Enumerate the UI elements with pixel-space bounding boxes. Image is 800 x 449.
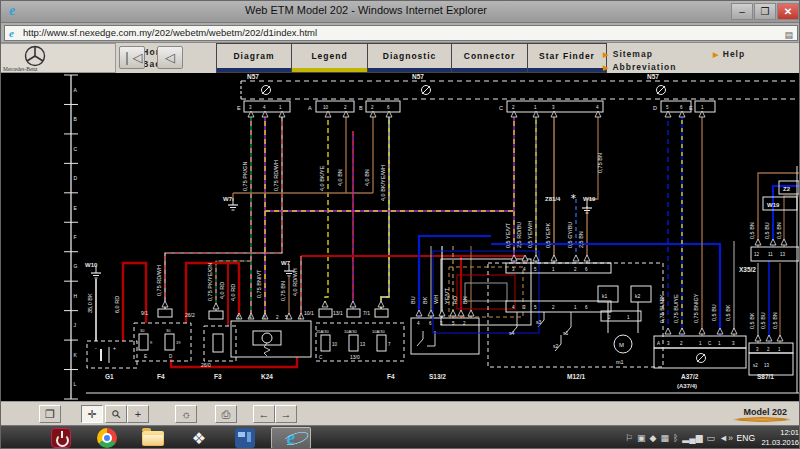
svg-text:1: 1 xyxy=(699,341,702,346)
svg-text:1: 1 xyxy=(279,105,282,110)
link-arrow-icon: ▶ xyxy=(713,51,719,58)
taskbar: ⚐▣◆▦ᛒ▂▄▆▭◄» ENG 12:01 21.03.2016 ❖e xyxy=(1,426,800,449)
svg-text:2: 2 xyxy=(680,341,683,346)
svg-text:1: 1 xyxy=(778,347,781,352)
svg-text:1: 1 xyxy=(534,105,537,110)
svg-text:2: 2 xyxy=(574,267,577,272)
svg-text:E: E xyxy=(74,205,78,211)
link-help[interactable]: ▶ Help xyxy=(713,49,745,59)
power-button-icon[interactable] xyxy=(41,427,81,449)
svg-text:5: 5 xyxy=(666,105,669,110)
svg-text:BU: BU xyxy=(410,296,416,304)
tab-legend[interactable]: Legend xyxy=(291,43,367,73)
nav-links: ▶ Sitemap▶ Help▶ Abbreviation xyxy=(603,43,793,73)
svg-text:0,75 BN: 0,75 BN xyxy=(280,281,286,301)
svg-text:W19: W19 xyxy=(583,196,596,202)
clock[interactable]: 12:01 21.03.2016 xyxy=(755,428,799,448)
language-indicator[interactable]: ENG xyxy=(737,433,755,443)
print-icon[interactable]: ⎙ xyxy=(215,405,237,423)
svg-text:YE/VT: YE/VT xyxy=(444,287,450,304)
svg-text:10A/30: 10A/30 xyxy=(344,329,357,334)
svg-text:0,75 RD/WH: 0,75 RD/WH xyxy=(156,265,162,296)
minimize-button[interactable]: – xyxy=(731,3,753,20)
link-sitemap[interactable]: ▶ Sitemap xyxy=(603,49,653,59)
close-button[interactable]: ✕ xyxy=(777,3,799,20)
svg-text:11: 11 xyxy=(768,252,773,257)
svg-text:A: A xyxy=(308,105,312,111)
svg-text:F4: F4 xyxy=(157,373,165,380)
shield-icon[interactable]: ◆ xyxy=(649,433,656,443)
svg-text:35,0 BK: 35,0 BK xyxy=(87,293,93,313)
next-page-icon[interactable]: → xyxy=(275,405,297,423)
svg-text:2,5 RD/BU: 2,5 RD/BU xyxy=(516,222,522,248)
media-app-glyph: ❖ xyxy=(192,429,206,448)
svg-text:BN: BN xyxy=(462,296,468,304)
svg-text:1: 1 xyxy=(552,267,555,272)
title-bar[interactable]: e Web ETM Model 202 - Windows Internet E… xyxy=(1,1,800,23)
svg-text:A: A xyxy=(657,341,660,346)
file-explorer-icon[interactable] xyxy=(133,427,173,449)
url-input[interactable]: e http://www.sf.nexedge.com.my/202/webet… xyxy=(4,25,798,41)
svg-text:4,0 BN: 4,0 BN xyxy=(337,169,343,186)
svg-text:0,75 BN/VT: 0,75 BN/VT xyxy=(256,269,262,298)
pan-tool-icon[interactable]: ✛ xyxy=(81,405,103,423)
action-center-icon[interactable]: ⚐ xyxy=(625,433,633,443)
browser-window: e Web ETM Model 202 - Windows Internet E… xyxy=(0,0,800,449)
svg-text:E: E xyxy=(144,354,147,359)
page-tools-icon[interactable]: ▤ xyxy=(784,28,793,42)
link-abbreviation[interactable]: ▶ Abbreviation xyxy=(603,62,676,72)
svg-text:2: 2 xyxy=(767,347,770,352)
svg-text:3: 3 xyxy=(249,105,252,110)
display-icon[interactable]: ▭ xyxy=(707,433,716,443)
svg-text:G: G xyxy=(74,263,78,269)
svg-text:0,75 BN: 0,75 BN xyxy=(597,153,603,173)
svg-text:s2: s2 xyxy=(753,363,758,368)
chrome-browser-icon[interactable] xyxy=(87,427,127,449)
link-arrow-icon: ▶ xyxy=(603,51,609,58)
svg-text:X35/2: X35/2 xyxy=(739,266,756,273)
tab-diagnostic[interactable]: Diagnostic xyxy=(367,43,451,73)
svg-text:K24: K24 xyxy=(261,373,273,380)
prev-page-icon[interactable]: ← xyxy=(253,405,275,423)
first-page-button[interactable]: ❘◁ xyxy=(119,46,145,69)
control-panel-app-glyph xyxy=(235,428,255,448)
tab-star-finder[interactable]: Star Finder xyxy=(527,43,607,73)
svg-text:0,5 BU: 0,5 BU xyxy=(764,222,770,239)
zoom-tool-icon[interactable]: ⚲ xyxy=(105,405,127,423)
svg-text:K: K xyxy=(74,352,78,358)
highlight-icon[interactable]: ☼ xyxy=(175,405,197,423)
svg-text:Z2: Z2 xyxy=(783,186,791,192)
bluetooth-icon[interactable]: ᛒ xyxy=(673,433,678,443)
svg-text:Z81/4: Z81/4 xyxy=(545,196,561,202)
file-explorer-glyph xyxy=(142,431,164,446)
svg-text:2: 2 xyxy=(371,105,374,110)
svg-text:7: 7 xyxy=(388,342,391,347)
svg-text:0,75 PK/GN: 0,75 PK/GN xyxy=(242,162,248,191)
svg-text:2: 2 xyxy=(512,105,515,110)
zoom-in-icon[interactable]: + xyxy=(127,405,149,423)
svg-text:+: + xyxy=(113,345,116,351)
app-tray-icon-1[interactable]: ▣ xyxy=(637,433,646,443)
svg-text:10: 10 xyxy=(323,105,329,110)
svg-text:10A/30: 10A/30 xyxy=(372,329,385,334)
svg-text:26/2: 26/2 xyxy=(185,312,195,318)
internet-explorer-icon[interactable]: e xyxy=(271,427,311,449)
svg-text:W7: W7 xyxy=(281,260,291,266)
maximize-button[interactable]: ❐ xyxy=(754,3,776,20)
tab-diagram[interactable]: Diagram xyxy=(216,43,291,73)
mercedes-logo xyxy=(15,45,55,67)
wiring-diagram-canvas[interactable]: ABCDEFGHJKLN57N57N57E341A102B26C2134D56E… xyxy=(1,73,800,401)
svg-text:3: 3 xyxy=(756,347,759,352)
media-app-icon[interactable]: ❖ xyxy=(179,427,219,449)
svg-text:5: 5 xyxy=(534,305,537,310)
tab-connector[interactable]: Connector xyxy=(451,43,527,73)
svg-text:RD: RD xyxy=(452,296,458,304)
control-panel-app-icon[interactable] xyxy=(225,427,265,449)
volume-icon[interactable]: ◄» xyxy=(719,433,733,443)
svg-text:F4: F4 xyxy=(387,373,395,380)
prev-page-button[interactable]: ◁ xyxy=(157,46,183,69)
app-tray-icon-2[interactable]: ▦ xyxy=(660,433,669,443)
fit-page-icon[interactable]: ❐ xyxy=(39,405,61,423)
svg-text:0,5 BK: 0,5 BK xyxy=(749,312,755,329)
network-icon[interactable]: ▂▄▆ xyxy=(682,433,702,443)
